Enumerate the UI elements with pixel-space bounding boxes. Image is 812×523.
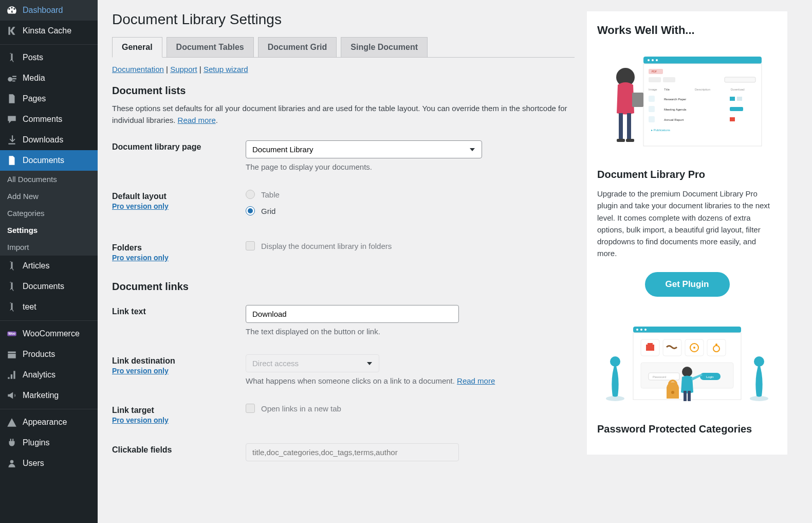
svg-rect-8 [643, 64, 762, 146]
svg-rect-20 [730, 97, 735, 101]
submenu-all-documents[interactable]: All Documents [0, 171, 98, 188]
help-text: What happens when someone clicks on a li… [246, 376, 575, 385]
pin-icon [6, 301, 17, 313]
tab-document-tables[interactable]: Document Tables [167, 37, 254, 57]
svg-rect-39 [633, 327, 741, 333]
radio-input [246, 206, 255, 215]
promo-card: Works Well With... PDF ImageTitleDescrip… [587, 11, 787, 455]
settings-content: Document Library Settings General Docume… [112, 11, 575, 512]
svg-point-61 [671, 391, 674, 394]
field-link-destination: Link destination Pro version only Direct… [112, 354, 575, 385]
tabs: General Document Tables Document Grid Si… [112, 37, 575, 58]
help-text: The page to display your documents. [246, 163, 575, 171]
documentation-link[interactable]: Documentation [112, 65, 164, 74]
svg-text:PDF: PDF [652, 70, 657, 73]
svg-rect-25 [649, 116, 655, 122]
help-text: The text displayed on the button or link… [246, 327, 575, 336]
tab-general[interactable]: General [112, 37, 162, 58]
sidebar-item-kinsta[interactable]: Kinsta Cache [0, 21, 98, 41]
read-more-link[interactable]: Read more [178, 116, 216, 124]
sidebar-item-pages[interactable]: Pages [0, 88, 98, 109]
page-title: Document Library Settings [112, 11, 575, 28]
sidebar-promo: Works Well With... PDF ImageTitleDescrip… [587, 11, 787, 512]
sidebar-item-teet[interactable]: teet [0, 297, 98, 317]
sidebar-item-users[interactable]: Users [0, 453, 98, 474]
pro-version-link[interactable]: Pro version only [112, 367, 169, 375]
tab-single-document[interactable]: Single Document [341, 37, 428, 57]
svg-text:Woo: Woo [8, 332, 15, 335]
pro-version-link[interactable]: Pro version only [112, 416, 169, 424]
woo-icon: Woo [6, 328, 17, 339]
svg-point-0 [8, 77, 12, 82]
main-content: Document Library Settings General Docume… [98, 0, 812, 523]
comments-icon [6, 114, 17, 125]
radio-table: Table [246, 190, 575, 199]
tab-document-grid[interactable]: Document Grid [258, 37, 337, 57]
appearance-icon [6, 417, 17, 428]
admin-sidebar: Dashboard Kinsta Cache Posts Media Pages… [0, 0, 98, 523]
link-text-input[interactable] [246, 305, 459, 323]
label: Analytics [23, 370, 56, 380]
sidebar-item-articles[interactable]: Articles [0, 256, 98, 276]
svg-text:Image: Image [649, 88, 657, 91]
svg-rect-11 [649, 77, 661, 82]
pro-version-link[interactable]: Pro version only [112, 254, 169, 262]
sidebar-item-posts[interactable]: Posts [0, 47, 98, 68]
sidebar-item-dashboard[interactable]: Dashboard [0, 0, 98, 21]
svg-rect-13 [725, 77, 755, 82]
svg-rect-24 [730, 107, 743, 111]
sidebar-item-woocommerce[interactable]: WooWooCommerce [0, 323, 98, 344]
sidebar-item-documents-active[interactable]: Documents [0, 150, 98, 171]
promo-image-1: PDF ImageTitleDescriptionDownload Resear… [597, 46, 777, 159]
promo-desc-1: Upgrade to the premium Document Library … [597, 188, 777, 260]
svg-text:Download: Download [731, 88, 745, 91]
svg-rect-21 [737, 97, 742, 101]
sidebar-item-plugins[interactable]: Plugins [0, 432, 98, 453]
plugins-icon [6, 437, 17, 448]
svg-point-3 [10, 460, 14, 463]
sidebar-item-analytics[interactable]: Analytics [0, 365, 98, 385]
support-link[interactable]: Support [170, 65, 197, 74]
label: Clickable fields [112, 445, 246, 455]
link-target-checkbox-row: Open links in a new tab [246, 404, 575, 413]
svg-text:Meeting Agenda: Meeting Agenda [664, 108, 687, 111]
submenu-import[interactable]: Import [0, 239, 98, 256]
sidebar-item-downloads[interactable]: Downloads [0, 130, 98, 150]
sidebar-item-marketing[interactable]: Marketing [0, 385, 98, 406]
read-more-link[interactable]: Read more [457, 376, 495, 385]
svg-text:Login: Login [706, 375, 714, 378]
label: Link text [112, 307, 246, 316]
pin-icon [6, 281, 17, 292]
svg-rect-27 [730, 117, 735, 121]
setup-wizard-link[interactable]: Setup wizard [204, 65, 248, 74]
field-library-page: Document library page Document Library T… [112, 140, 575, 171]
document-icon [6, 155, 17, 166]
sidebar-item-products[interactable]: Products [0, 344, 98, 365]
label: Downloads [23, 135, 63, 145]
label: Media [23, 74, 45, 83]
radio-input [246, 190, 255, 199]
pro-version-link[interactable]: Pro version only [112, 202, 169, 210]
submenu: All Documents Add New Categories Setting… [0, 171, 98, 256]
submenu-add-new[interactable]: Add New [0, 188, 98, 205]
submenu-settings[interactable]: Settings [0, 222, 98, 239]
label: Default layout [112, 192, 246, 201]
sidebar-item-comments[interactable]: Comments [0, 109, 98, 130]
section-description: These options set defaults for all your … [112, 103, 575, 126]
svg-point-57 [682, 367, 692, 377]
sidebar-item-appearance[interactable]: Appearance [0, 412, 98, 432]
sidebar-item-media[interactable]: Media [0, 68, 98, 88]
label: teet [23, 302, 36, 312]
label: Pages [23, 94, 46, 103]
svg-rect-18 [649, 96, 655, 102]
field-clickable-fields: Clickable fields [112, 443, 575, 461]
checkbox-label: Open links in a new tab [261, 404, 341, 413]
submenu-categories[interactable]: Categories [0, 205, 98, 222]
svg-rect-4 [643, 57, 762, 64]
svg-point-41 [640, 329, 642, 331]
library-page-select[interactable]: Document Library [246, 140, 482, 158]
field-link-text: Link text The text displayed on the butt… [112, 305, 575, 336]
get-plugin-button[interactable]: Get Plugin [645, 272, 730, 297]
svg-rect-32 [617, 139, 625, 142]
sidebar-item-documents2[interactable]: Documents [0, 276, 98, 297]
